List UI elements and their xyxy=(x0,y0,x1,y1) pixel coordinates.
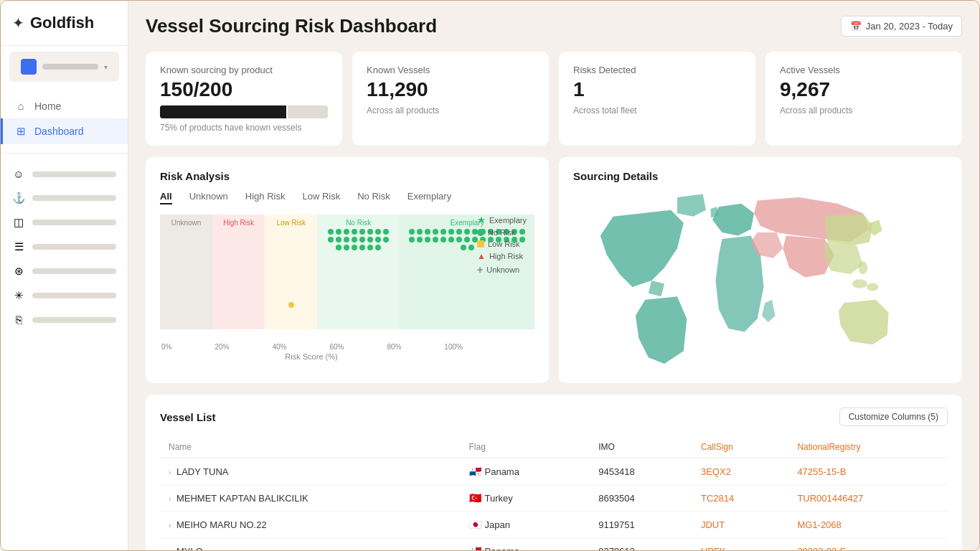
svg-point-2 xyxy=(859,261,868,274)
chevron-down-icon: ▾ xyxy=(104,63,108,71)
stat-value-known-sourcing: 150/200 xyxy=(160,78,328,101)
stat-card-known-sourcing: Known sourcing by product 150/200 75% of… xyxy=(146,52,342,146)
expand-icon-1: › xyxy=(169,495,171,503)
tab-low-risk[interactable]: Low Risk xyxy=(302,191,340,204)
sidebar-item-home-label: Home xyxy=(34,100,61,112)
vessel-list-card: Vessel List Customize Columns (5) Name F… xyxy=(146,395,962,550)
sidebar-item-7[interactable]: ⎘ xyxy=(1,308,128,331)
legend-no-risk: No Risk xyxy=(477,228,534,237)
tab-exemplary[interactable]: Exemplary xyxy=(407,191,451,204)
vessel-table: Name Flag IMO CallSign NationalRegistry … xyxy=(160,436,948,550)
anchor-icon: ⚓ xyxy=(12,192,25,204)
legend-high-risk-icon: ▲ xyxy=(477,251,486,261)
vessel-callsign-3: HPFK xyxy=(692,538,788,551)
sourcing-details-card: Sourcing Details xyxy=(559,157,962,383)
zone-low-risk-label: Low Risk xyxy=(276,219,306,227)
zone-unknown-label: Unknown xyxy=(171,219,202,227)
col-header-imo: IMO xyxy=(590,436,692,458)
expand-icon-3: › xyxy=(169,548,171,551)
stat-value-known-vessels: 11,290 xyxy=(367,78,534,101)
tab-unknown[interactable]: Unknown xyxy=(189,191,228,204)
sidebar: ✦ Goldfish ▾ ⌂ Home ⊞ Dashboard ☺ ⚓ ◫ xyxy=(1,1,128,550)
risk-analysis-title: Risk Analysis xyxy=(160,170,534,182)
tab-high-risk[interactable]: High Risk xyxy=(245,191,286,204)
vessel-flag-2: 🇯🇵 Japan xyxy=(461,512,590,538)
svg-point-1 xyxy=(867,283,878,291)
page-title: Vessel Sourcing Risk Dashboard xyxy=(146,15,437,37)
sidebar-item-bar-1 xyxy=(32,171,116,177)
expand-icon-2: › xyxy=(169,522,171,529)
sidebar-logo: ✦ Goldfish xyxy=(1,1,128,46)
x-axis-60: 60% xyxy=(329,343,344,351)
col-header-flag: Flag xyxy=(461,436,590,458)
svg-point-0 xyxy=(852,279,867,288)
vessel-imo-0: 9453418 xyxy=(590,458,692,485)
low-risk-dot xyxy=(288,302,294,308)
tab-no-risk[interactable]: No Risk xyxy=(357,191,390,204)
table-row[interactable]: › MYLO 🇵🇦 Panama 9278612 HPFK 29233-03-F xyxy=(160,538,948,551)
customize-columns-button[interactable]: Customize Columns (5) xyxy=(839,408,948,426)
legend-exemplary-label: Exemplary xyxy=(489,216,527,225)
vessel-national-registry-2: MG1-2068 xyxy=(788,512,948,538)
main-header: Vessel Sourcing Risk Dashboard 📅 Jan 20,… xyxy=(146,15,962,37)
middle-row: Risk Analysis All Unknown High Risk Low … xyxy=(146,157,962,383)
legend-unknown-label: Unknown xyxy=(486,265,519,274)
vessel-list-header: Vessel List Customize Columns (5) xyxy=(160,408,948,426)
person-icon: ☺ xyxy=(12,168,25,180)
sidebar-item-dashboard-label: Dashboard xyxy=(34,126,84,137)
progress-empty xyxy=(288,105,329,118)
legend-high-risk-label: High Risk xyxy=(489,252,523,260)
x-axis-label: Risk Score (%) xyxy=(160,352,534,361)
box-icon: ◫ xyxy=(12,216,25,229)
sidebar-item-1[interactable]: ☺ xyxy=(1,162,128,186)
stat-card-known-vessels: Known Vessels 11,290 Across all products xyxy=(352,52,549,146)
legend-star-icon: ★ xyxy=(477,215,486,225)
stat-sub-known-sourcing: 75% of products have known vessels xyxy=(160,123,328,133)
vessel-flag-1: 🇹🇷 Turkey xyxy=(461,485,590,512)
tab-all[interactable]: All xyxy=(160,191,172,204)
stat-card-risks-detected: Risks Detected 1 Across total fleet xyxy=(559,52,755,146)
date-range-label: Jan 20, 2023 - Today xyxy=(866,21,953,32)
vessel-national-registry-3: 29233-03-F xyxy=(788,538,948,551)
stat-label-active-vessels: Active Vessels xyxy=(780,65,948,75)
vessel-flag-3: 🇵🇦 Panama xyxy=(461,538,590,551)
vessel-flag-0: 🇵🇦 Panama xyxy=(461,458,590,485)
sidebar-item-5[interactable]: ⊛ xyxy=(1,259,128,283)
no-risk-dots xyxy=(324,229,392,322)
vessel-national-registry-0: 47255-15-B xyxy=(788,458,948,485)
progress-filled xyxy=(160,105,286,118)
table-row[interactable]: › MEIHO MARU NO.22 🇯🇵 Japan 9119751 JDUT… xyxy=(160,512,948,538)
legend-unknown: + Unknown xyxy=(477,264,534,276)
sidebar-item-bar-6 xyxy=(32,293,116,298)
expand-icon-0: › xyxy=(169,468,171,476)
vessel-imo-1: 8693504 xyxy=(590,485,692,512)
main-content: Vessel Sourcing Risk Dashboard 📅 Jan 20,… xyxy=(128,1,979,550)
calendar-icon: 📅 xyxy=(850,21,862,32)
sidebar-item-2[interactable]: ⚓ xyxy=(1,186,128,210)
sidebar-item-dashboard[interactable]: ⊞ Dashboard xyxy=(1,118,128,144)
x-axis-20: 20% xyxy=(215,343,229,351)
legend-unknown-icon: + xyxy=(477,264,483,276)
sidebar-item-6[interactable]: ✳ xyxy=(1,283,128,308)
sidebar-item-4[interactable]: ☰ xyxy=(1,235,128,259)
sidebar-item-3[interactable]: ◫ xyxy=(1,210,128,235)
goldfish-logo-icon: ✦ xyxy=(12,14,24,32)
vessel-imo-2: 9119751 xyxy=(590,512,692,538)
table-row[interactable]: › MEHMET KAPTAN BALIKCILIK 🇹🇷 Turkey 869… xyxy=(160,485,948,512)
vessel-name-0: › LADY TUNA xyxy=(160,458,461,485)
stats-row: Known sourcing by product 150/200 75% of… xyxy=(146,52,962,146)
table-row[interactable]: › LADY TUNA 🇵🇦 Panama 9453418 3EQX2 4725… xyxy=(160,458,948,485)
user-selector[interactable]: ▾ xyxy=(9,52,119,82)
progress-bar-known-sourcing xyxy=(160,105,328,118)
sidebar-item-home[interactable]: ⌂ Home xyxy=(1,93,128,118)
sidebar-item-bar-5 xyxy=(32,268,116,274)
world-map-svg xyxy=(573,191,948,370)
x-axis-40: 40% xyxy=(272,343,286,351)
legend-exemplary: ★ Exemplary xyxy=(477,215,534,225)
risk-chart-area: Unknown High Risk Low Risk No Risk xyxy=(160,215,534,358)
sidebar-item-bar-3 xyxy=(32,220,116,225)
date-range-selector[interactable]: 📅 Jan 20, 2023 - Today xyxy=(841,16,962,37)
user-name-placeholder xyxy=(42,64,98,70)
legend-low-risk: Low Risk xyxy=(477,240,534,248)
sidebar-secondary-section: ☺ ⚓ ◫ ☰ ⊛ ✳ ⎘ xyxy=(1,153,128,340)
